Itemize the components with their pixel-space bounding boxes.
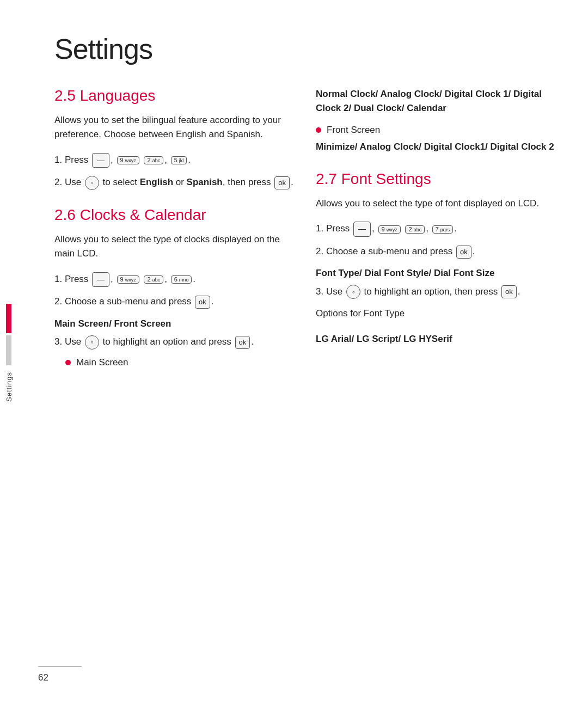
options-value: LG Arial/ LG Script/ LG HYSerif	[316, 332, 555, 346]
main-content: Settings 2.5 Languages Allows you to set…	[22, 0, 588, 705]
section-27-step3: 3. Use ◦ to highlight an option, then pr…	[316, 285, 555, 299]
key-7pqrs-27: 7 pqrs	[432, 225, 454, 234]
key-nav-27: ◦	[346, 285, 360, 299]
key-2abc-26: 2 abc	[144, 275, 163, 284]
key-dash-27: —	[353, 222, 371, 237]
key-9wxyz-27: 9 wxyz	[378, 225, 401, 234]
section-27-step2: 2. Choose a sub-menu and press ok.	[316, 244, 555, 259]
section-25-step2: 2. Use ◦ to select English or Spanish, t…	[54, 175, 294, 190]
key-dash-26: —	[92, 272, 109, 287]
section-26-step3: 3. Use ◦ to highlight an option and pres…	[54, 335, 294, 350]
right-column: Normal Clock/ Analog Clock/ Digital Cloc…	[316, 87, 555, 370]
key-ok-26-3: ok	[235, 336, 250, 349]
side-tab-bar-gray	[6, 335, 11, 365]
key-2abc-25: 2 abc	[144, 156, 163, 164]
page-number: 62	[38, 672, 48, 683]
key-2abc-27: 2 abc	[405, 225, 425, 234]
section-27: 2.7 Font Settings Allows you to select t…	[316, 170, 555, 346]
english-label: English	[140, 177, 173, 187]
section-26: 2.6 Clocks & Calendar Allows you to sele…	[54, 206, 294, 368]
section-27-title: 2.7 Font Settings	[316, 170, 555, 188]
main-screen-options-block: Normal Clock/ Analog Clock/ Digital Cloc…	[316, 87, 555, 154]
section-27-description: Allows you to select the type of font di…	[316, 197, 555, 211]
bullet-main-screen: Main Screen	[65, 357, 294, 368]
section-27-subheader: Font Type/ Dial Font Style/ Dial Font Si…	[316, 266, 555, 280]
columns-container: 2.5 Languages Allows you to set the bili…	[54, 87, 561, 370]
options-label: Options for Font Type	[316, 306, 555, 321]
key-9wxyz-25: 9 wxyz	[117, 156, 139, 164]
main-screen-options: Normal Clock/ Analog Clock/ Digital Cloc…	[316, 87, 555, 116]
front-screen-options: Minimize/ Analog Clock/ Digital Clock1/ …	[316, 140, 555, 154]
step1-label: 1. Press	[54, 155, 88, 165]
bullet-main-screen-text: Main Screen	[76, 357, 128, 368]
key-ok-26-2: ok	[195, 296, 210, 309]
key-6mno-26: 6 mno	[171, 275, 192, 284]
side-tab-label: Settings	[5, 372, 13, 402]
spanish-label: Spanish	[187, 177, 223, 187]
key-ok-27-3: ok	[501, 285, 517, 298]
bullet-dot-2	[316, 127, 321, 133]
step1-27-label: 1. Press	[316, 224, 350, 234]
section-25-step1: 1. Press —, 9 wxyz 2 abc, 5 jkl.	[54, 153, 294, 168]
bullet-front-screen: Front Screen	[316, 125, 555, 136]
section-26-subheader: Main Screen/ Front Screen	[54, 317, 294, 331]
key-5jkl-25: 5 jkl	[171, 156, 187, 164]
section-26-step2: 2. Choose a sub-menu and press ok.	[54, 295, 294, 309]
section-25-description: Allows you to set the bilingual feature …	[54, 113, 294, 142]
bullet-front-screen-text: Front Screen	[327, 125, 380, 136]
side-tab-bar	[6, 304, 11, 334]
section-25: 2.5 Languages Allows you to set the bili…	[54, 87, 294, 190]
step1-26-label: 1. Press	[54, 274, 88, 284]
page: Settings Settings 2.5 Languages Allows y…	[0, 0, 588, 705]
key-9wxyz-26: 9 wxyz	[117, 275, 139, 284]
key-ok-25: ok	[274, 176, 290, 189]
bullet-dot-1	[65, 360, 71, 365]
page-title: Settings	[54, 33, 561, 65]
page-footer: 62	[38, 666, 82, 683]
side-tab: Settings	[0, 304, 17, 402]
section-26-title: 2.6 Clocks & Calendar	[54, 206, 294, 224]
key-nav-26: ◦	[85, 335, 99, 350]
section-26-step1: 1. Press —, 9 wxyz 2 abc, 6 mno.	[54, 272, 294, 287]
left-column: 2.5 Languages Allows you to set the bili…	[54, 87, 294, 370]
key-ok-27-2: ok	[456, 246, 471, 259]
key-dash-25: —	[92, 153, 109, 168]
section-26-description: Allows you to select the type of clocks …	[54, 232, 294, 261]
section-25-title: 2.5 Languages	[54, 87, 294, 105]
section-27-step1: 1. Press —, 9 wxyz 2 abc, 7 pqrs.	[316, 222, 555, 237]
key-nav-25: ◦	[85, 176, 99, 190]
